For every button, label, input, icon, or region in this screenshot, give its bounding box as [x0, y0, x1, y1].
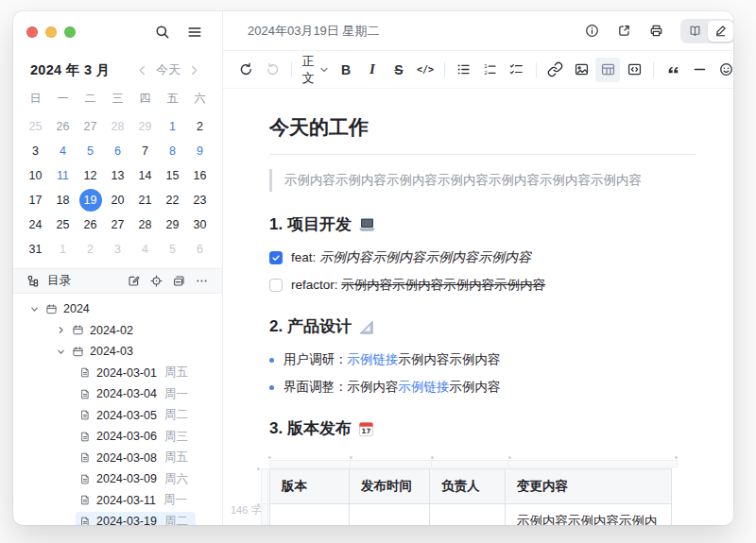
table-cell[interactable]: XXX: [430, 504, 506, 526]
inline-code-button[interactable]: </>: [413, 58, 438, 82]
calendar-day[interactable]: 11: [49, 163, 77, 188]
calendar-day[interactable]: 28: [131, 212, 159, 237]
inline-link[interactable]: 示例链接: [399, 380, 450, 394]
chevron-down-icon[interactable]: [55, 348, 66, 356]
calendar-day[interactable]: 30: [186, 212, 214, 237]
calendar-day[interactable]: 4: [49, 139, 77, 163]
chevron-right-icon[interactable]: [55, 326, 66, 334]
table-header-cell[interactable]: 版本: [270, 469, 350, 504]
tree-item-2024-03-05[interactable]: 2024-03-05周二: [13, 405, 222, 427]
calendar-day[interactable]: 1: [159, 114, 186, 139]
calendar-day[interactable]: 25: [22, 114, 49, 139]
calendar-day[interactable]: 2: [186, 114, 214, 139]
calendar-day[interactable]: 9: [186, 139, 214, 163]
tree-item-2024-03-06[interactable]: 2024-03-06周三: [13, 426, 222, 448]
locate-icon[interactable]: [146, 271, 166, 292]
menu-icon[interactable]: [182, 20, 207, 44]
quote-button[interactable]: [661, 58, 685, 82]
calendar-day[interactable]: 26: [49, 114, 77, 139]
table-button[interactable]: [595, 58, 620, 82]
paragraph-style-select[interactable]: 正文: [299, 58, 332, 82]
tree-item-2024-03[interactable]: 2024-03: [13, 341, 222, 363]
table-header-cell[interactable]: 变更内容: [506, 469, 672, 504]
calendar-day[interactable]: 17: [22, 188, 49, 212]
table-cell[interactable]: 2024.3.19: [350, 504, 430, 526]
calendar-day[interactable]: 12: [77, 163, 104, 188]
search-icon[interactable]: [150, 20, 175, 44]
version-table[interactable]: 版本发布时间负责人变更内容v0.3.02024.3.19XXX示例内容示例内容示…: [269, 468, 672, 525]
calendar-day[interactable]: 4: [131, 237, 159, 262]
calendar-day[interactable]: 29: [131, 114, 159, 139]
calendar-day[interactable]: 23: [186, 188, 214, 212]
collapse-all-icon[interactable]: [168, 271, 189, 292]
strikethrough-button[interactable]: S: [387, 58, 411, 82]
calendar-day[interactable]: 19: [77, 188, 104, 212]
divider-button[interactable]: [687, 58, 712, 82]
calendar-day[interactable]: 1: [49, 237, 77, 262]
link-button[interactable]: [542, 58, 567, 82]
redo-button[interactable]: [260, 58, 284, 82]
compose-icon[interactable]: [123, 271, 144, 292]
tree-item-2024-03-01[interactable]: 2024-03-01周五: [13, 363, 222, 384]
table-row-grips[interactable]: [261, 468, 268, 525]
zoom-window-button[interactable]: [64, 26, 76, 38]
calendar-day[interactable]: 27: [77, 114, 104, 139]
undo-button[interactable]: [233, 58, 258, 82]
calendar-day[interactable]: 25: [49, 212, 77, 237]
code-block-button[interactable]: [622, 58, 646, 82]
tree-item-2024[interactable]: 2024: [13, 298, 222, 320]
table-header-cell[interactable]: 负责人: [430, 469, 506, 504]
editor-content[interactable]: 今天的工作 示例内容示例内容示例内容示例内容示例内容示例内容示例内容 1. 项目…: [223, 89, 733, 525]
info-icon[interactable]: [578, 18, 605, 44]
tree-item-2024-03-11[interactable]: 2024-03-11周一: [13, 490, 222, 512]
calendar-day[interactable]: 5: [159, 237, 186, 262]
calendar-day[interactable]: 29: [159, 212, 186, 237]
checkbox-unchecked[interactable]: [269, 279, 283, 292]
close-window-button[interactable]: [26, 26, 38, 38]
calendar-day[interactable]: 28: [104, 114, 131, 139]
calendar-day[interactable]: 8: [159, 139, 186, 163]
italic-button[interactable]: I: [360, 58, 385, 82]
bold-button[interactable]: B: [334, 58, 358, 82]
tree-item-2024-02[interactable]: 2024-02: [13, 320, 222, 342]
ordered-list-button[interactable]: 12: [478, 58, 503, 82]
tree-item-2024-03-08[interactable]: 2024-03-08周五: [13, 448, 222, 469]
minimize-window-button[interactable]: [45, 26, 57, 38]
calendar-day[interactable]: 16: [186, 163, 214, 188]
inline-link[interactable]: 示例链接: [348, 352, 399, 366]
more-icon[interactable]: [191, 271, 212, 292]
calendar-day[interactable]: 20: [104, 188, 131, 212]
table-column-grips[interactable]: [269, 460, 678, 467]
calendar-day[interactable]: 5: [77, 139, 104, 163]
table-cell[interactable]: v0.3.0: [270, 504, 350, 526]
edit-mode-button[interactable]: [708, 21, 733, 42]
calendar-day[interactable]: 27: [104, 212, 131, 237]
table-cell[interactable]: 示例内容示例内容示例内容: [506, 504, 672, 526]
calendar-day[interactable]: 13: [104, 163, 131, 188]
bulleted-list-button[interactable]: [452, 58, 476, 82]
calendar-day[interactable]: 2: [77, 237, 104, 262]
table-header-cell[interactable]: 发布时间: [350, 469, 430, 504]
calendar-day[interactable]: 10: [22, 163, 49, 188]
calendar-day[interactable]: 21: [131, 188, 159, 212]
task-list-button[interactable]: [505, 58, 529, 82]
calendar-day[interactable]: 31: [22, 237, 49, 262]
print-icon[interactable]: [643, 18, 669, 44]
tree-item-2024-03-04[interactable]: 2024-03-04周一: [13, 383, 222, 405]
calendar-day[interactable]: 14: [131, 163, 159, 188]
chevron-left-icon[interactable]: [137, 65, 147, 76]
calendar-day[interactable]: 15: [159, 163, 186, 188]
calendar-day[interactable]: 6: [104, 139, 131, 163]
calendar-day[interactable]: 18: [49, 188, 77, 212]
calendar-day[interactable]: 3: [104, 237, 131, 262]
chevron-right-icon[interactable]: [189, 65, 199, 76]
calendar-day[interactable]: 3: [22, 139, 49, 163]
tree-item-2024-03-09[interactable]: 2024-03-09周六: [13, 468, 222, 490]
tree-item-2024-03-19[interactable]: 2024-03-19周二: [13, 511, 222, 525]
calendar-day[interactable]: 7: [131, 139, 159, 163]
calendar-day[interactable]: 26: [77, 212, 104, 237]
emoji-button[interactable]: [713, 58, 733, 82]
read-mode-button[interactable]: [682, 21, 708, 42]
image-button[interactable]: [569, 58, 593, 82]
calendar-day[interactable]: 6: [186, 237, 214, 262]
